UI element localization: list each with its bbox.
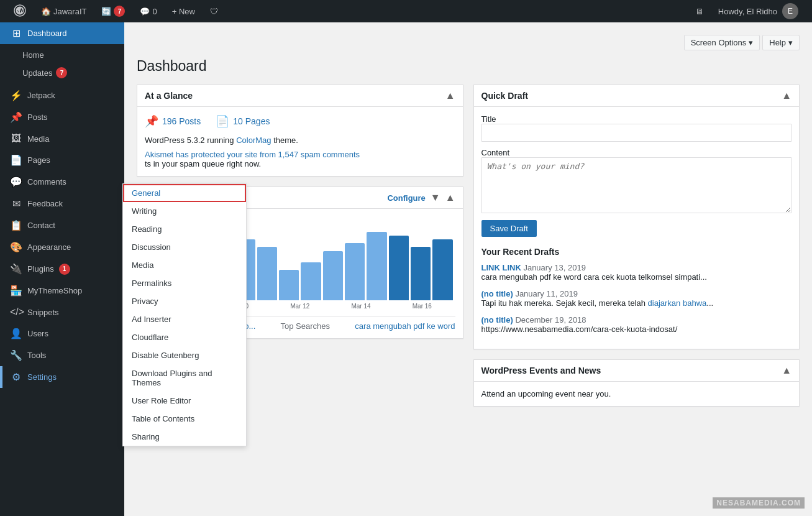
tools-icon: 🔧 [10,349,22,361]
dropdown-item-7[interactable]: Ad Inserter [123,310,246,328]
sidebar-item-contact[interactable]: 📋 Contact [0,214,124,236]
title-label: Title [481,114,496,124]
configure-link[interactable]: Configure [387,193,425,203]
wp-events-widget: WordPress Events and News ▲ Attend an up… [473,359,800,407]
dropdown-item-5[interactable]: Permalinks [123,274,246,292]
chart-bar-7 [301,262,321,300]
screen-options-bar: Screen Options ▾ Help ▾ [137,35,800,50]
draft-item-2: (no title) January 11, 2019 Tapi itu hak… [481,289,792,308]
stats-collapse[interactable]: ▼ [431,192,440,203]
at-a-glance-collapse[interactable]: ▲ [445,90,455,101]
contact-icon: 📋 [10,219,22,231]
watermark: NESABAMEDIA.COM [713,497,805,509]
draft-date-1: January 13, 2019 [523,263,585,272]
sidebar-item-comments[interactable]: 💬 Comments [0,171,124,193]
glance-stats: 📌 196 Posts 📄 10 Pages [145,114,455,128]
sidebar-item-plugins[interactable]: 🔌 Plugins 1 [0,258,124,280]
draft-link-2[interactable]: (no title) [481,289,513,298]
draft-item-3: (no title) December 19, 2018 https://www… [481,315,792,334]
sidebar-item-feedback[interactable]: ✉ Feedback [0,193,124,214]
sidebar-item-mythemeshop[interactable]: 🏪 MyThemeShop [0,280,124,302]
draft-link-1[interactable]: LINK LINK [481,263,521,272]
top-searches-label: Top Searches [281,321,331,331]
dropdown-item-10[interactable]: Download Plugins and Themes [123,364,246,392]
quick-draft-collapse[interactable]: ▲ [782,90,791,101]
chart-bar-5 [257,247,277,300]
theme-link[interactable]: ColorMag [236,136,271,145]
adminbar-comments[interactable]: 💬 0 [134,0,163,22]
avatar: E [782,3,798,19]
home-icon: 🏠 [41,7,51,16]
sidebar-item-users[interactable]: 👤 Users [0,323,124,344]
draft-date-3: December 19, 2018 [515,315,586,325]
top-searches-value[interactable]: cara mengubah pdf ke word [355,321,455,331]
chart-bar-10 [367,232,386,300]
draft-excerpt-2: Tapi itu hak mereka. Sejak kecil, mereka… [481,298,792,308]
dropdown-item-13[interactable]: Sharing [123,428,246,446]
sidebar-item-appearance[interactable]: 🎨 Appearance [0,236,124,258]
sidebar-item-media[interactable]: 🖼 Media [0,128,124,149]
dropdown-item-0[interactable]: General [123,184,246,202]
adminbar-site-name[interactable]: 🏠 JawaraIT [35,0,93,22]
sidebar-item-pages[interactable]: 📄 Pages [0,149,124,171]
adminbar-woocommerce[interactable]: 🛡 [204,0,224,22]
dropdown-item-12[interactable]: Table of Contents [123,410,246,428]
sidebar-home-item[interactable]: Home [0,47,124,63]
dropdown-item-9[interactable]: Disable Gutenberg [123,346,246,364]
media-icon: 🖼 [10,133,22,144]
draft-item-1: LINK LINK January 13, 2019 cara mengubah… [481,263,792,282]
chart-bar-11 [389,236,409,300]
chart-bar-9 [345,243,365,300]
dropdown-item-11[interactable]: User Role Editor [123,392,246,410]
adminbar-user[interactable]: Howdy, El Ridho E [712,0,805,22]
akismet-text: Akismet has protected your site from 1,5… [145,150,455,159]
sidebar-item-settings[interactable]: ⚙ Settings [0,366,124,388]
spam-queue-text: ts in your spam queue right now. [145,159,455,168]
snippets-icon: </> [10,306,22,318]
posts-stat[interactable]: 📌 196 Posts [145,114,201,128]
content-textarea[interactable] [481,157,792,213]
sidebar-item-snippets[interactable]: </> Snippets [0,302,124,323]
mythemeshop-icon: 🏪 [10,285,22,297]
pin-icon: 📌 [145,114,158,128]
adminbar-wp-logo[interactable] [7,0,32,22]
updates-icon: 🔄 [101,7,111,16]
wp-events-collapse[interactable]: ▲ [782,365,791,376]
draft-excerpt-3: https://www.nesabamedia.com/cara-cek-kuo… [481,325,792,334]
page-icon: 📄 [216,114,229,128]
at-a-glance-header: At a Glance ▲ [137,85,463,107]
screen-options-button[interactable]: Screen Options ▾ [684,35,760,50]
sidebar-item-jetpack[interactable]: ⚡ Jetpack [0,85,124,106]
draft-link-3[interactable]: (no title) [481,315,513,325]
settings-icon: ⚙ [10,371,22,383]
title-input[interactable] [481,124,792,142]
stats-expand[interactable]: ▲ [445,192,455,203]
sidebar-item-dashboard[interactable]: ⊞ Dashboard [0,22,124,44]
woocommerce-icon: 🛡 [210,7,218,16]
excerpt-link-2[interactable]: diajarkan bahwa [648,298,707,308]
adminbar-updates[interactable]: 🔄 7 [95,0,131,22]
dropdown-item-2[interactable]: Reading [123,220,246,238]
plugins-icon: 🔌 [10,263,22,275]
settings-dropdown: GeneralWritingReadingDiscussionMediaPerm… [122,183,247,446]
jetpack-icon: ⚡ [10,90,22,101]
sidebar: ⊞ Dashboard Home Updates 7 ⚡ Jetpack 📌 P… [0,22,124,516]
dashboard-icon: ⊞ [10,27,22,39]
monitor-icon: 🖥 [695,7,703,16]
wp-version-text: WordPress 5.3.2 running ColorMag theme. [145,136,455,145]
sidebar-item-posts[interactable]: 📌 Posts [0,106,124,128]
chart-bar-12 [411,247,431,300]
dropdown-item-4[interactable]: Media [123,256,246,274]
adminbar-monitor-icon[interactable]: 🖥 [689,0,709,22]
help-button[interactable]: Help ▾ [762,35,800,50]
adminbar-new[interactable]: + New [166,0,201,22]
dropdown-item-3[interactable]: Discussion [123,238,246,256]
dropdown-item-8[interactable]: Cloudflare [123,328,246,346]
sidebar-menu: ⊞ Dashboard Home Updates 7 ⚡ Jetpack 📌 P… [0,22,124,388]
sidebar-updates-item[interactable]: Updates 7 [0,63,124,82]
save-draft-button[interactable]: Save Draft [481,220,537,237]
dropdown-item-6[interactable]: Privacy [123,292,246,310]
dropdown-item-1[interactable]: Writing [123,202,246,220]
sidebar-item-tools[interactable]: 🔧 Tools [0,344,124,366]
pages-stat[interactable]: 📄 10 Pages [216,114,270,128]
